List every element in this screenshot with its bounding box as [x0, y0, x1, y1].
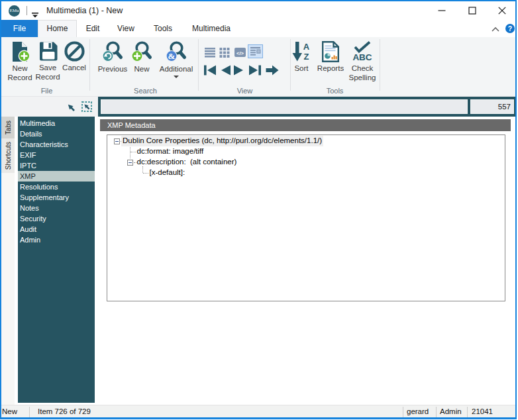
pointer-mode-icon[interactable]	[68, 103, 76, 115]
search-group-label: Search	[117, 86, 174, 95]
additional-search-caret-icon	[174, 76, 179, 78]
sidebar-item-multimedia[interactable]: Multimedia	[18, 118, 95, 129]
sidebar-item-xmp[interactable]: XMP	[18, 171, 95, 182]
sort-icon: A Z	[292, 41, 311, 62]
tree-node-label[interactable]: Dublin Core Properties (dc, http://purl.…	[121, 136, 323, 146]
tab-multimedia[interactable]: Multimedia	[183, 20, 240, 37]
next-record-icon[interactable]	[233, 65, 244, 78]
status-group: Admin	[440, 405, 462, 418]
tab-file[interactable]: File	[1, 20, 38, 37]
main-panel: XMP Metadata Dublin Core Properties (dc,…	[99, 117, 515, 405]
code-view-icon[interactable]: </>	[234, 47, 245, 58]
mode-toolbar	[1, 97, 98, 117]
tab-view[interactable]: View	[109, 20, 143, 37]
cancel-icon	[64, 41, 85, 62]
tab-tools[interactable]: Tools	[143, 20, 183, 37]
sidebar-item-supplementary[interactable]: Supplementary	[18, 192, 95, 203]
svg-text:A: A	[303, 42, 309, 52]
additional-search-icon: &	[165, 40, 187, 63]
summary-text-field[interactable]	[101, 99, 468, 114]
help-icon[interactable]: ?	[505, 24, 515, 33]
tree-row[interactable]: Dublin Core Properties (dc, http://purl.…	[107, 136, 505, 146]
page-view-icon[interactable]	[248, 44, 263, 58]
sidebar-item-admin[interactable]: Admin	[18, 235, 95, 245]
tab-edit[interactable]: Edit	[77, 20, 109, 37]
sidebar-item-resolutions[interactable]: Resolutions	[18, 182, 95, 192]
view-group-label: View	[217, 86, 273, 95]
title-bar: EMu Multimedia (1) - New	[1, 1, 515, 20]
collapse-toggle-icon[interactable]	[114, 138, 120, 144]
tree-node-label[interactable]: dc:format: image/tiff	[136, 146, 205, 157]
app-logo-icon[interactable]: EMu	[9, 5, 20, 17]
record-count-field: 557	[470, 99, 514, 114]
check-spelling-icon: ABC	[350, 41, 374, 62]
tree-node-label[interactable]: dc:description: (alt container)	[136, 157, 238, 168]
ribbon-tab-row: File Home Edit View Tools Multimedia ?	[1, 20, 515, 37]
quick-access-dropdown-icon[interactable]	[31, 9, 39, 14]
group-separator	[198, 39, 199, 91]
group-separator	[380, 39, 380, 91]
svg-text:Z: Z	[303, 52, 309, 62]
select-mode-icon[interactable]	[81, 101, 92, 115]
sidebar-item-audit[interactable]: Audit	[18, 224, 95, 235]
previous-record-icon[interactable]	[220, 65, 231, 78]
sidebar-item-iptc[interactable]: IPTC	[18, 160, 95, 171]
summary-bar: 557	[98, 97, 515, 117]
sidebar-item-exif[interactable]: EXIF	[18, 150, 95, 160]
svg-text:ABC: ABC	[352, 52, 372, 62]
sidebar-item-security[interactable]: Security	[18, 213, 95, 224]
last-record-icon[interactable]	[248, 65, 262, 78]
sidebar-item-notes[interactable]: Notes	[18, 203, 95, 213]
svg-text:</>: </>	[236, 50, 244, 56]
new-search-icon	[130, 40, 153, 63]
save-record-icon	[38, 41, 58, 62]
status-record-id: 21041	[472, 405, 493, 418]
minimize-button[interactable]	[432, 1, 452, 20]
status-separator	[436, 407, 437, 417]
status-separator	[403, 407, 403, 417]
sidebar-item-characteristics[interactable]: Characteristics	[18, 139, 95, 150]
ribbon: NewRecord SaveRecord Cancel File	[1, 37, 515, 97]
collapse-ribbon-icon[interactable]	[491, 25, 500, 32]
vertical-tab-shortcuts[interactable]: Shortcuts	[1, 138, 15, 173]
status-position: Item 726 of 729	[38, 405, 91, 418]
close-button[interactable]	[492, 1, 512, 20]
grid-view-icon[interactable]	[219, 47, 230, 58]
side-strip: Tabs Shortcuts	[1, 117, 15, 405]
sidebar-item-details[interactable]: Details	[18, 129, 95, 139]
new-record-icon	[9, 41, 30, 62]
status-mode: New	[2, 405, 17, 418]
application-window: EMu Multimedia (1) - New File Home Edit …	[0, 0, 518, 420]
tree-row[interactable]: dc:format: image/tiff	[107, 146, 505, 157]
window-title: Multimedia (1) - New	[46, 1, 123, 20]
tree-row[interactable]: [x-default]:	[107, 168, 505, 178]
reports-icon	[321, 41, 340, 62]
previous-search-icon	[101, 40, 124, 63]
tab-home[interactable]: Home	[38, 20, 77, 37]
status-separator	[29, 407, 30, 417]
xmp-tree-panel[interactable]: Dublin Core Properties (dc, http://purl.…	[107, 134, 505, 301]
goto-record-icon[interactable]	[266, 65, 279, 78]
panel-header: XMP Metadata	[100, 119, 511, 131]
group-separator	[89, 39, 90, 91]
quick-access-separator	[26, 6, 27, 15]
tree-node-label[interactable]: [x-default]:	[148, 168, 187, 178]
status-separator	[467, 407, 468, 417]
tree-row[interactable]: dc:description: (alt container)	[107, 157, 505, 168]
svg-text:&: &	[168, 51, 176, 61]
maximize-button[interactable]	[462, 1, 482, 20]
file-group-label: File	[19, 86, 75, 95]
first-record-icon[interactable]	[203, 65, 217, 78]
list-view-icon[interactable]	[205, 47, 215, 58]
status-user: gerard	[407, 405, 429, 418]
status-bar: New Item 726 of 729 gerard Admin 21041	[1, 405, 515, 418]
sidebar: MultimediaDetailsCharacteristicsEXIFIPTC…	[18, 117, 95, 403]
vertical-tab-tabs[interactable]: Tabs	[1, 117, 15, 138]
tools-group-label: Tools	[307, 86, 363, 95]
collapse-toggle-icon[interactable]	[127, 160, 133, 166]
